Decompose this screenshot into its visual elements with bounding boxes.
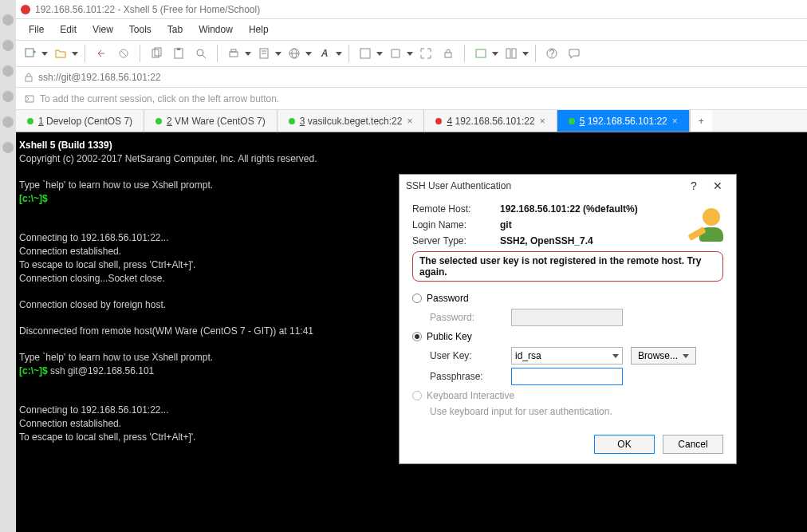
error-message: The selected user key is not registered … xyxy=(419,255,701,278)
radio-password[interactable]: Password xyxy=(412,293,723,304)
session-tabstrip: 1 Develop (CentOS 7) 2 VM Ware (CentOS 7… xyxy=(16,110,807,132)
dropdown-icon[interactable] xyxy=(305,52,312,56)
dropdown-icon[interactable] xyxy=(522,52,529,56)
dropdown-icon[interactable] xyxy=(245,52,251,56)
menu-edit[interactable]: Edit xyxy=(52,21,85,38)
svg-point-9 xyxy=(197,49,203,56)
help-icon[interactable]: ? xyxy=(682,179,706,192)
help-icon[interactable]: ? xyxy=(542,44,561,63)
userkey-select[interactable]: id_rsa xyxy=(511,347,623,365)
new-session-icon[interactable] xyxy=(21,44,40,63)
font-icon[interactable]: A xyxy=(315,44,334,63)
transfer-icon[interactable] xyxy=(471,44,490,63)
svg-rect-21 xyxy=(476,49,486,57)
window-title: 192.168.56.101:22 - Xshell 5 (Free for H… xyxy=(35,4,260,15)
close-icon[interactable]: × xyxy=(407,116,412,127)
dropdown-icon[interactable] xyxy=(72,52,78,56)
dialog-title: SSH User Authentication xyxy=(406,180,682,191)
menu-view[interactable]: View xyxy=(85,21,121,38)
reconnect-icon[interactable] xyxy=(92,44,111,63)
fullscreen-icon[interactable] xyxy=(416,44,435,63)
script-icon[interactable] xyxy=(386,44,405,63)
paste-icon[interactable] xyxy=(169,44,188,63)
app-icon xyxy=(21,5,30,14)
passphrase-field-label: Passphrase: xyxy=(430,371,503,382)
tab-vmware[interactable]: 2 VM Ware (CentOS 7) xyxy=(144,110,278,132)
add-session-arrow-icon[interactable] xyxy=(24,93,35,104)
svg-rect-22 xyxy=(506,49,510,58)
new-tab-button[interactable]: + xyxy=(690,110,712,132)
close-icon[interactable]: ✕ xyxy=(706,179,730,192)
layout-icon[interactable] xyxy=(502,44,521,63)
tab-host-4[interactable]: 4 192.168.56.101:22 × xyxy=(424,110,557,132)
lock-icon[interactable] xyxy=(439,44,458,63)
print-icon[interactable] xyxy=(224,44,243,63)
globe-icon[interactable] xyxy=(285,44,304,63)
svg-rect-26 xyxy=(26,77,32,81)
password-field-label: Password: xyxy=(430,312,503,323)
cancel-button[interactable]: Cancel xyxy=(663,435,723,454)
svg-rect-11 xyxy=(230,52,238,57)
svg-line-4 xyxy=(121,51,126,56)
feedback-icon[interactable] xyxy=(565,44,584,63)
radio-icon xyxy=(412,332,422,341)
dropdown-icon[interactable] xyxy=(407,52,413,56)
remote-host-label: Remote Host: xyxy=(412,203,500,215)
menu-file[interactable]: File xyxy=(21,21,52,38)
info-bar: To add the current session, click on the… xyxy=(16,88,807,110)
server-type-value: SSH2, OpenSSH_7.4 xyxy=(500,235,683,246)
open-session-icon[interactable] xyxy=(51,44,70,63)
tab-host-5[interactable]: 5 192.168.56.101:22 × xyxy=(557,110,690,132)
menu-tab[interactable]: Tab xyxy=(159,21,191,38)
status-dot-icon xyxy=(289,118,295,124)
remote-host-value: 192.168.56.101:22 (%default%) xyxy=(500,203,683,215)
tab-develop[interactable]: 1 Develop (CentOS 7) xyxy=(16,110,144,132)
dropdown-icon[interactable] xyxy=(376,52,383,56)
svg-rect-23 xyxy=(512,49,516,58)
svg-rect-19 xyxy=(360,49,370,58)
login-name-label: Login Name: xyxy=(412,219,500,231)
menu-help[interactable]: Help xyxy=(241,21,277,38)
chevron-down-icon xyxy=(612,354,619,358)
svg-rect-12 xyxy=(231,49,236,52)
chevron-down-icon xyxy=(683,354,689,358)
dropdown-icon[interactable] xyxy=(275,52,281,56)
dropdown-icon[interactable] xyxy=(336,52,342,56)
close-icon[interactable]: × xyxy=(540,116,545,127)
window-titlebar: 192.168.56.101:22 - Xshell 5 (Free for H… xyxy=(16,0,807,19)
address-text[interactable]: ssh://git@192.168.56.101:22 xyxy=(38,72,161,83)
browse-button[interactable]: Browse... xyxy=(631,347,696,365)
svg-rect-8 xyxy=(177,48,180,50)
sidebar-dot-icon xyxy=(2,40,14,51)
passphrase-input[interactable] xyxy=(511,368,623,385)
menu-window[interactable]: Window xyxy=(191,21,241,38)
svg-line-10 xyxy=(203,55,206,58)
ok-button[interactable]: OK xyxy=(594,435,655,454)
dropdown-icon[interactable] xyxy=(41,52,48,56)
password-input xyxy=(511,309,623,326)
radio-keyboard-interactive: Keyboard Interactive xyxy=(412,390,723,401)
lock-icon xyxy=(24,73,33,82)
info-hint: To add the current session, click on the… xyxy=(40,93,279,104)
color-icon[interactable] xyxy=(356,44,375,63)
status-dot-icon xyxy=(27,118,33,124)
copy-icon[interactable] xyxy=(147,44,166,63)
radio-icon xyxy=(412,391,422,400)
server-type-label: Server Type: xyxy=(412,235,500,246)
svg-text:?: ? xyxy=(549,48,555,59)
dropdown-icon[interactable] xyxy=(492,52,498,56)
sidebar-dot-icon xyxy=(2,116,14,128)
radio-publickey[interactable]: Public Key xyxy=(412,331,723,342)
toolbar: A ? xyxy=(16,40,807,67)
user-key-icon xyxy=(688,207,723,242)
menu-tools[interactable]: Tools xyxy=(121,21,159,38)
disconnect-icon[interactable] xyxy=(114,44,133,63)
userkey-field-label: User Key: xyxy=(430,350,503,361)
ssh-auth-dialog: SSH User Authentication ? ✕ Remote Host:… xyxy=(399,174,737,464)
left-mini-sidebar xyxy=(0,0,16,532)
tab-beget[interactable]: 3 vasilcuk.beget.tech:22 × xyxy=(278,110,425,132)
error-message-frame: The selected user key is not registered … xyxy=(412,251,723,282)
properties-icon[interactable] xyxy=(254,44,274,63)
close-icon[interactable]: × xyxy=(672,116,678,127)
search-icon[interactable] xyxy=(191,44,211,63)
